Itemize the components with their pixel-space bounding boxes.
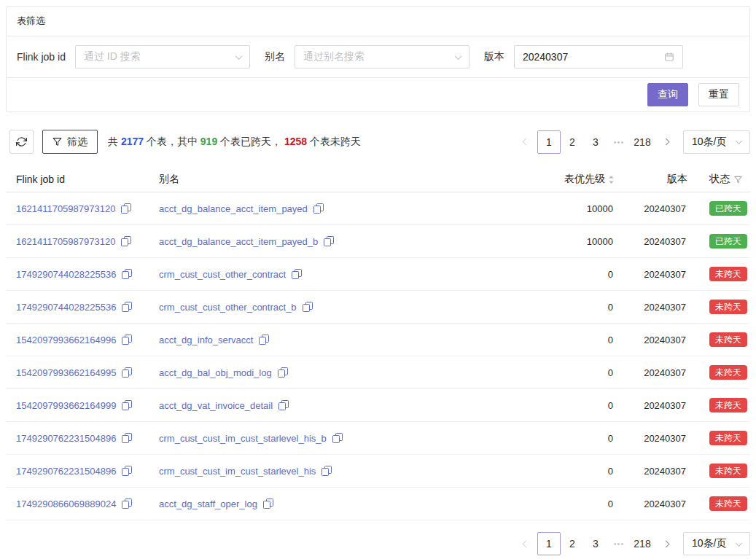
copy-icon[interactable] [278, 367, 288, 378]
chevron-right-icon [662, 138, 669, 146]
flink-job-id-link[interactable]: 1621411705987973120 [16, 203, 115, 214]
priority-value: 0 [513, 367, 615, 378]
copy-icon[interactable] [122, 367, 132, 378]
flink-job-id-link[interactable]: 1542097993662164995 [16, 367, 116, 378]
copy-icon[interactable] [313, 203, 324, 214]
version-value: 20240307 [615, 400, 687, 411]
refresh-icon [16, 136, 27, 147]
reset-button[interactable]: 重置 [698, 83, 739, 106]
version-value: 20240307 [615, 466, 687, 477]
query-button[interactable]: 查询 [647, 83, 688, 106]
copy-icon[interactable] [122, 269, 132, 279]
alias-link[interactable]: acct_dg_balance_acct_item_payed_b [159, 236, 318, 247]
version-value: 20240307 [615, 236, 687, 247]
filter-card-title: 表筛选 [7, 7, 749, 36]
flink-job-id-placeholder: 通过 ID 搜索 [84, 50, 141, 63]
copy-icon[interactable] [303, 302, 313, 312]
pagination-next-button[interactable] [654, 532, 677, 555]
pagination-page-last[interactable]: 218 [631, 130, 654, 154]
copy-icon[interactable] [122, 499, 132, 509]
alias-link[interactable]: crm_cust_cust_im_cust_starlevel_his [159, 466, 316, 477]
flink-job-id-link[interactable]: 1749290762231504896 [16, 433, 116, 444]
version-date-input[interactable]: 20240307 [514, 45, 683, 69]
filter-actions: 查询 重置 [7, 78, 749, 112]
flink-job-id-link[interactable]: 1542097993662164996 [16, 335, 116, 345]
priority-value: 10000 [513, 236, 615, 247]
copy-icon[interactable] [122, 302, 132, 312]
col-alias: 别名 [149, 167, 513, 192]
copy-icon[interactable] [278, 400, 289, 410]
version-value: 20240307 [615, 499, 687, 509]
pagination-ellipsis[interactable]: ••• [607, 130, 631, 154]
copy-icon[interactable] [121, 236, 131, 246]
filter-button-label: 筛选 [67, 136, 87, 149]
alias-link[interactable]: acct_dg_bal_obj_modi_log [159, 367, 272, 378]
alias-link[interactable]: crm_cust_cust_other_contract_b [159, 302, 297, 313]
flink-job-id-link[interactable]: 1749290744028225536 [16, 302, 116, 313]
flink-job-id-select[interactable]: 通过 ID 搜索 [75, 45, 250, 69]
col-priority[interactable]: 表优先级 [513, 167, 615, 192]
sort-icon[interactable] [608, 175, 615, 184]
status-badge: 未跨天 [709, 332, 747, 347]
alias-link[interactable]: crm_cust_cust_other_contract [159, 269, 286, 280]
priority-value: 0 [513, 466, 615, 477]
pagination-ellipsis[interactable]: ••• [607, 532, 631, 555]
copy-icon[interactable] [332, 433, 343, 443]
flink-job-id-link[interactable]: 1621411705987973120 [16, 236, 115, 247]
pagination-page-2[interactable]: 2 [561, 532, 584, 555]
flink-job-id-link[interactable]: 1749290762231504896 [16, 466, 116, 477]
chevron-down-icon [454, 52, 461, 60]
copy-icon[interactable] [324, 236, 334, 246]
version-value: 20240307 [615, 367, 687, 378]
pagination-page-1[interactable]: 1 [537, 130, 561, 154]
pagination-next-button[interactable] [654, 130, 677, 154]
version-label: 版本 [484, 50, 504, 63]
copy-icon[interactable] [122, 466, 132, 476]
filter-toggle-button[interactable]: 筛选 [42, 130, 98, 154]
pagination-prev-button[interactable] [514, 130, 537, 154]
page-size-select[interactable]: 10条/页 [683, 130, 750, 154]
priority-value: 0 [513, 302, 615, 313]
alias-select[interactable]: 通过别名搜索 [295, 45, 469, 69]
copy-icon[interactable] [122, 433, 132, 443]
pagination-page-1[interactable]: 1 [537, 532, 561, 555]
flink-job-id-link[interactable]: 1749290744028225536 [16, 269, 116, 280]
alias-link[interactable]: acct_dg_balance_acct_item_payed [159, 203, 308, 214]
flink-job-id-link[interactable]: 1749290866069889024 [16, 499, 116, 509]
status-badge: 已跨天 [709, 234, 747, 249]
copy-icon[interactable] [122, 335, 132, 345]
alias-link[interactable]: acct_dg_vat_invoice_detail [159, 400, 273, 411]
refresh-button[interactable] [9, 130, 34, 154]
table-row: 1749290762231504896 crm_cust_cust_im_cus… [6, 422, 750, 455]
alias-link[interactable]: crm_cust_cust_im_cust_starlevel_his_b [159, 433, 327, 444]
pagination-bottom-bar: 1 2 3 ••• 218 10条/页 [6, 532, 750, 555]
copy-icon[interactable] [322, 466, 332, 476]
chevron-down-icon [235, 52, 242, 60]
pagination-page-3[interactable]: 3 [584, 130, 607, 154]
flink-job-id-link[interactable]: 1542097993662164999 [16, 400, 116, 411]
alias-link[interactable]: acct_dg_staff_oper_log [159, 499, 257, 509]
chevron-left-icon [522, 138, 529, 146]
status-badge: 未跨天 [709, 365, 747, 380]
table-row: 1749290866069889024 acct_dg_staff_oper_l… [6, 488, 750, 520]
status-badge: 未跨天 [709, 267, 747, 281]
chevron-right-icon [662, 540, 669, 547]
pagination-prev-button[interactable] [514, 532, 537, 555]
page-size-select[interactable]: 10条/页 [683, 532, 750, 555]
toolbar: 筛选 共 2177 个表，其中 919 个表已跨天， 1258 个表未跨天 1 … [6, 130, 750, 154]
crossed-count: 919 [200, 136, 217, 147]
copy-icon[interactable] [292, 269, 302, 279]
pagination-page-3[interactable]: 3 [584, 532, 607, 555]
pagination-page-2[interactable]: 2 [561, 130, 584, 154]
copy-icon[interactable] [259, 335, 269, 345]
copy-icon[interactable] [263, 499, 273, 509]
status-filter-icon[interactable] [734, 176, 742, 184]
chevron-left-icon [522, 540, 529, 547]
table-row: 1749290744028225536 crm_cust_cust_other_… [6, 258, 750, 291]
copy-icon[interactable] [121, 203, 131, 214]
pagination-page-last[interactable]: 218 [631, 532, 654, 555]
alias-link[interactable]: acct_dg_info_servacct [159, 335, 253, 345]
copy-icon[interactable] [122, 400, 132, 410]
tables-table: Flink job id 别名 表优先级 版本 状态 1621411705987… [6, 167, 750, 520]
alias-placeholder: 通过别名搜索 [303, 50, 365, 63]
